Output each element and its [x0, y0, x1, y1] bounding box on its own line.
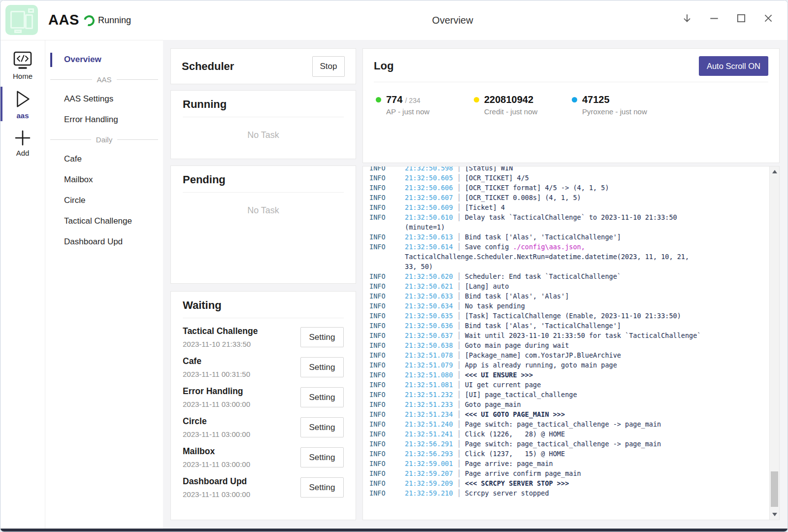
running-spinner-icon: [82, 13, 97, 28]
stat-value: 220810942: [484, 94, 533, 105]
log-line: INFO21:32:50.638 │ Goto main page during…: [369, 340, 763, 350]
task-setting-button[interactable]: Setting: [300, 447, 344, 467]
task-next-run-time: 2023-11-11 03:00:00: [183, 490, 250, 499]
waiting-title: Waiting: [183, 299, 344, 312]
waiting-task-row: Dashboard Upd2023-11-11 03:00:00Setting: [183, 472, 344, 502]
log-line: INFO21:32:56.291 │ Page switch: page_tac…: [369, 439, 763, 449]
divider: [183, 117, 344, 117]
log-line: INFO21:32:50.610 │ Delay task `TacticalC…: [369, 212, 763, 232]
rail-item-aas[interactable]: aas: [0, 88, 45, 120]
rail-item-home[interactable]: Home: [0, 51, 45, 80]
task-next-run-time: 2023-11-11 03:00:00: [183, 430, 250, 438]
close-button[interactable]: [755, 6, 782, 30]
download-update-button[interactable]: [673, 6, 700, 30]
waiting-task-row: Cafe2023-11-11 00:31:50Setting: [183, 352, 344, 382]
task-next-run-time: 2023-11-11 03:00:00: [183, 460, 250, 468]
maximize-button[interactable]: [727, 6, 755, 30]
waiting-task-row: Mailbox2023-11-11 03:00:00Setting: [183, 442, 344, 472]
scheduler-status-text: Running: [98, 15, 131, 26]
sidebar-item-tactical-challenge[interactable]: Tactical Challenge: [45, 211, 163, 232]
stat-dot-icon: [474, 97, 479, 102]
task-setting-button[interactable]: Setting: [300, 417, 344, 437]
scrollbar-thumb[interactable]: [771, 471, 778, 507]
sidebar-section-label: Daily: [96, 135, 112, 144]
log-line: INFO21:32:50.605 │ [OCR_TICKET] 4/5: [369, 173, 763, 183]
running-empty-text: No Task: [183, 130, 344, 140]
sidebar-item-error-handling[interactable]: Error Handling: [45, 109, 163, 130]
log-line: INFO21:32:50.633 │ Bind task ['Alas', 'A…: [369, 291, 763, 301]
maximize-icon: [736, 13, 747, 24]
app-logo-icon: [5, 5, 38, 35]
log-scrollbar[interactable]: [769, 166, 779, 520]
log-line: INFO21:32:51.233 │ Goto page_main: [369, 399, 763, 409]
log-line: INFO21:32:51.232 │ [UI] page_tactical_ch…: [369, 390, 763, 399]
code-monitor-icon: [12, 51, 33, 70]
rail-item-add[interactable]: Add: [0, 129, 45, 157]
dashboard-stat: 220810942Credit - just now: [474, 94, 572, 116]
pending-title: Pending: [183, 173, 344, 186]
sidebar-section-divider: Daily: [45, 130, 163, 149]
task-name: Tactical Challenge: [183, 326, 258, 336]
task-setting-button[interactable]: Setting: [300, 327, 344, 347]
waiting-task-row: Error Handling2023-11-11 03:00:00Setting: [183, 382, 344, 412]
log-line: INFO21:32:56.293 │ Click (1237, 15) @ HO…: [369, 449, 763, 459]
log-line: INFO21:32:50.606 │ [OCR_TICKET format] 4…: [369, 183, 763, 193]
log-line: INFO21:32:51.234 │ <<< UI GOTO PAGE_MAIN…: [369, 409, 763, 419]
minimize-icon: [709, 13, 720, 24]
task-setting-button[interactable]: Setting: [300, 357, 344, 377]
app-window: AAS Running Overview: [0, 0, 788, 532]
sidebar-item-mailbox[interactable]: Mailbox: [45, 169, 163, 190]
task-next-run-time: 2023-11-10 21:33:50: [183, 340, 258, 348]
log-line: INFO21:32:51.081 │ UI get current page: [369, 380, 763, 390]
log-line: INFO21:32:50.620 │ Scheduler: End task `…: [369, 271, 763, 281]
log-line: INFO21:32:51.240 │ Page switch: page_tac…: [369, 419, 763, 429]
task-setting-button[interactable]: Setting: [300, 477, 344, 498]
log-line: INFO21:32:50.621 │ [Lang] auto: [369, 281, 763, 291]
task-setting-button[interactable]: Setting: [300, 387, 344, 407]
task-next-run-time: 2023-11-11 00:31:50: [183, 370, 250, 378]
window-bottom-edge: [0, 529, 788, 532]
log-line: INFO21:32:59.209 │ <<< SCRCPY SERVER STO…: [369, 478, 763, 488]
arrow-down-icon: [682, 13, 692, 24]
sidebar-item-dashboard-upd[interactable]: Dashboard Upd: [45, 232, 163, 252]
sidebar-item-aas-settings[interactable]: AAS Settings: [45, 89, 163, 109]
active-indicator: [50, 53, 52, 67]
log-line: INFO21:32:50.637 │ Wait until 2023-11-10…: [369, 331, 763, 340]
minimize-button[interactable]: [700, 6, 727, 30]
sidebar-item-circle[interactable]: Circle: [45, 190, 163, 211]
stat-label: AP - just now: [376, 107, 474, 116]
dashboard-stats: 774/ 234AP - just now220810942Credit - j…: [374, 94, 768, 116]
waiting-card: Waiting Tactical Challenge2023-11-10 21:…: [170, 291, 356, 520]
dashboard-stat: 774/ 234AP - just now: [376, 94, 474, 116]
scroll-down-arrow-icon[interactable]: [772, 513, 777, 516]
icon-rail: Home aas Add: [0, 40, 45, 530]
log-line: INFO21:32:50.635 │ [Task] TacticalChalle…: [369, 311, 763, 321]
plus-icon: [13, 129, 32, 147]
scheduler-title: Scheduler: [182, 60, 234, 73]
log-line: INFO21:32:50.613 │ Bind task ['Alas', 'T…: [369, 232, 763, 242]
scheduler-card: Scheduler Stop: [170, 48, 356, 84]
sidebar-menu: OverviewAASAAS SettingsError HandlingDai…: [45, 40, 163, 530]
log-title: Log: [374, 60, 394, 72]
active-rail-indicator: [0, 87, 2, 121]
titlebar: AAS Running Overview: [0, 0, 788, 40]
stat-value: 774: [386, 94, 402, 105]
sidebar-item-cafe[interactable]: Cafe: [45, 149, 163, 169]
stat-value: 47125: [582, 94, 610, 105]
scroll-up-arrow-icon[interactable]: [772, 170, 777, 173]
log-output-panel: INFO21:32:50.598 │ [Status] WININFO21:32…: [362, 166, 780, 520]
stat-label: Pyroxene - just now: [572, 107, 670, 116]
scheduler-stop-button[interactable]: Stop: [312, 56, 345, 77]
log-output: INFO21:32:50.598 │ [Status] WININFO21:32…: [369, 166, 763, 498]
log-line: INFO21:32:50.634 │ No task pending: [369, 301, 763, 311]
window-controls: [673, 0, 782, 36]
stat-dot-icon: [376, 97, 381, 102]
stat-label: Credit - just now: [474, 107, 572, 116]
log-line: INFO21:32:51.080 │ <<< UI ENSURE >>>: [369, 370, 763, 380]
app-name: AAS: [48, 12, 79, 28]
sidebar-section-divider: AAS: [45, 70, 163, 89]
waiting-task-list: Tactical Challenge2023-11-10 21:33:50Set…: [183, 322, 344, 502]
sidebar-item-overview[interactable]: Overview: [45, 49, 163, 70]
divider: [374, 82, 768, 82]
auto-scroll-toggle-button[interactable]: Auto Scroll ON: [699, 56, 768, 76]
